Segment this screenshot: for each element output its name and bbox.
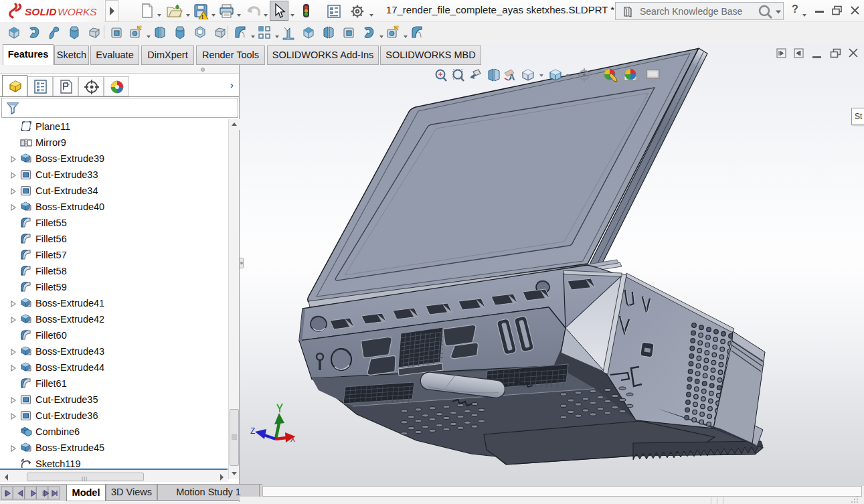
svg-text:A: A: [509, 72, 515, 82]
svg-text:SOLID: SOLID: [25, 6, 56, 17]
svg-text:X: X: [290, 435, 295, 444]
svg-text:Z: Z: [250, 427, 255, 436]
svg-text:!: !: [201, 13, 203, 20]
svg-text:WORKS: WORKS: [58, 6, 97, 17]
